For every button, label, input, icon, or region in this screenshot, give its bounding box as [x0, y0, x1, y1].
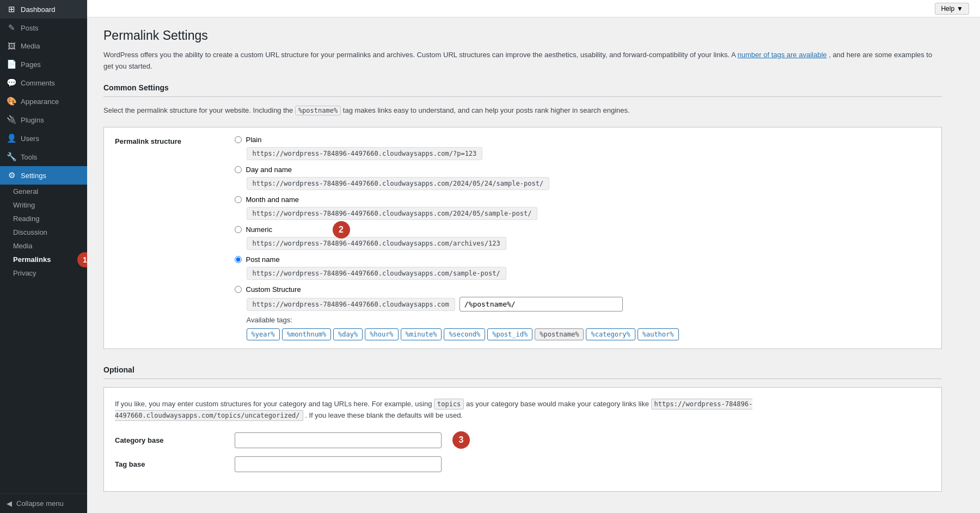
sidebar-item-appearance[interactable]: 🎨 Appearance: [0, 92, 87, 111]
badge-2: 2: [333, 221, 350, 239]
dashboard-icon: ⊞: [7, 4, 16, 14]
subnav-privacy[interactable]: Privacy: [0, 266, 87, 280]
tag-second[interactable]: %second%: [444, 328, 485, 340]
collapse-menu-button[interactable]: ◀ Collapse menu: [0, 493, 87, 513]
tags-link[interactable]: number of tags are available: [737, 51, 826, 59]
optional-title: Optional: [103, 365, 942, 379]
subnav-permalinks[interactable]: Permalinks 1: [0, 253, 87, 266]
postname-code: %postname%: [295, 106, 341, 115]
main-content: Help ▼ Permalink Settings WordPress offe…: [87, 0, 980, 513]
radio-month-name[interactable]: Month and name: [235, 196, 931, 204]
appearance-icon: 🎨: [7, 96, 16, 106]
month-name-url: https://wordpress-784896-4497660.cloudwa…: [247, 207, 538, 220]
sidebar-item-plugins[interactable]: 🔌 Plugins: [0, 111, 87, 129]
day-name-url: https://wordpress-784896-4497660.cloudwa…: [247, 177, 550, 190]
sidebar-item-posts[interactable]: ✎ Posts: [0, 19, 87, 37]
radio-plain-input[interactable]: [235, 136, 242, 143]
tags-row: %year% %monthnum% %day% %hour% %minute% …: [247, 328, 931, 340]
radio-day-name-label[interactable]: Day and name: [246, 166, 292, 174]
radio-post-name[interactable]: Post name: [235, 255, 931, 264]
sidebar-item-users[interactable]: 👤 Users: [0, 129, 87, 148]
page-description: WordPress offers you the ability to crea…: [103, 50, 942, 72]
plain-url: https://wordpress-784896-4497660.cloudwa…: [247, 147, 483, 160]
plugins-icon: 🔌: [7, 115, 16, 125]
custom-structure-input[interactable]: [460, 297, 623, 312]
sidebar-item-settings[interactable]: ⚙ Settings: [0, 166, 87, 185]
radio-numeric[interactable]: Numeric 2: [235, 225, 931, 234]
radio-post-name-input[interactable]: [235, 256, 242, 263]
sidebar-item-dashboard[interactable]: ⊞ Dashboard: [0, 0, 87, 19]
tag-day[interactable]: %day%: [333, 328, 363, 340]
tag-year[interactable]: %year%: [247, 328, 280, 340]
sidebar-item-pages[interactable]: 📄 Pages: [0, 55, 87, 74]
sidebar-item-media[interactable]: 🖼 Media: [0, 37, 87, 55]
custom-structure-row: https://wordpress-784896-4497660.cloudwa…: [247, 297, 931, 312]
optional-section: If you like, you may enter custom struct…: [103, 387, 942, 492]
page-title: Permalink Settings: [103, 28, 942, 43]
category-base-label: Category base: [115, 436, 235, 444]
subnav-media-settings[interactable]: Media: [0, 239, 87, 253]
content-area: Permalink Settings WordPress offers you …: [87, 17, 958, 503]
topics-code: topics: [434, 399, 464, 410]
optional-desc: If you like, you may enter custom struct…: [115, 399, 930, 422]
category-base-input[interactable]: [235, 432, 442, 448]
permalink-settings-table: Permalink structure Plain https://wordpr…: [103, 127, 942, 349]
sidebar-item-tools[interactable]: 🔧 Tools: [0, 148, 87, 166]
radio-month-name-label[interactable]: Month and name: [246, 196, 299, 204]
tag-hour[interactable]: %hour%: [365, 328, 398, 340]
tools-icon: 🔧: [7, 152, 16, 162]
tag-base-row: Tag base: [115, 456, 930, 472]
radio-day-name-input[interactable]: [235, 166, 242, 173]
media-icon: 🖼: [7, 41, 16, 51]
permalink-structure-label: Permalink structure: [104, 127, 224, 349]
users-icon: 👤: [7, 133, 16, 143]
help-button[interactable]: Help ▼: [935, 3, 969, 15]
subnav-writing[interactable]: Writing: [0, 198, 87, 212]
chevron-down-icon: ▼: [957, 5, 963, 13]
radio-custom-label[interactable]: Custom Structure: [246, 285, 301, 294]
sidebar: ⊞ Dashboard ✎ Posts 🖼 Media 📄 Pages 💬 Co…: [0, 0, 87, 513]
tag-minute[interactable]: %minute%: [401, 328, 442, 340]
category-base-row: Category base 3: [115, 432, 930, 448]
tag-base-label: Tag base: [115, 460, 235, 468]
comments-icon: 💬: [7, 78, 16, 88]
post-name-url: https://wordpress-784896-4497660.cloudwa…: [247, 267, 506, 280]
common-settings-title: Common Settings: [103, 83, 942, 97]
permalink-structure-row: Permalink structure Plain https://wordpr…: [104, 127, 942, 349]
radio-month-name-input[interactable]: [235, 196, 242, 203]
topbar: Help ▼: [87, 0, 980, 17]
subnav-discussion[interactable]: Discussion: [0, 225, 87, 239]
sidebar-item-comments[interactable]: 💬 Comments: [0, 74, 87, 92]
badge-1: 1: [77, 252, 87, 267]
numeric-url: https://wordpress-784896-4497660.cloudwa…: [247, 237, 506, 250]
posts-icon: ✎: [7, 23, 16, 33]
tag-author[interactable]: %author%: [638, 328, 679, 340]
badge-3: 3: [452, 431, 470, 449]
radio-post-name-label[interactable]: Post name: [246, 255, 280, 264]
common-settings-desc: Select the permalink structure for your …: [103, 105, 942, 117]
tag-postname[interactable]: %postname%: [535, 328, 584, 340]
permalink-options-cell: Plain https://wordpress-784896-4497660.c…: [224, 127, 942, 349]
radio-custom[interactable]: Custom Structure: [235, 285, 931, 294]
radio-custom-input[interactable]: [235, 286, 242, 293]
radio-numeric-input[interactable]: [235, 226, 242, 233]
radio-numeric-label[interactable]: Numeric: [246, 225, 272, 234]
settings-icon: ⚙: [7, 170, 16, 180]
radio-plain[interactable]: Plain: [235, 136, 931, 144]
tag-category[interactable]: %category%: [586, 328, 635, 340]
tag-base-input[interactable]: [235, 456, 442, 472]
subnav-reading[interactable]: Reading: [0, 212, 87, 225]
radio-plain-label[interactable]: Plain: [246, 136, 262, 144]
radio-day-name[interactable]: Day and name: [235, 166, 931, 174]
available-tags-label: Available tags:: [247, 316, 931, 324]
tag-monthnum[interactable]: %monthnum%: [282, 328, 331, 340]
subnav-general[interactable]: General: [0, 185, 87, 198]
pages-icon: 📄: [7, 59, 16, 69]
custom-url-prefix: https://wordpress-784896-4497660.cloudwa…: [247, 298, 455, 311]
tag-post-id[interactable]: %post_id%: [487, 328, 532, 340]
collapse-icon: ◀: [7, 499, 12, 508]
